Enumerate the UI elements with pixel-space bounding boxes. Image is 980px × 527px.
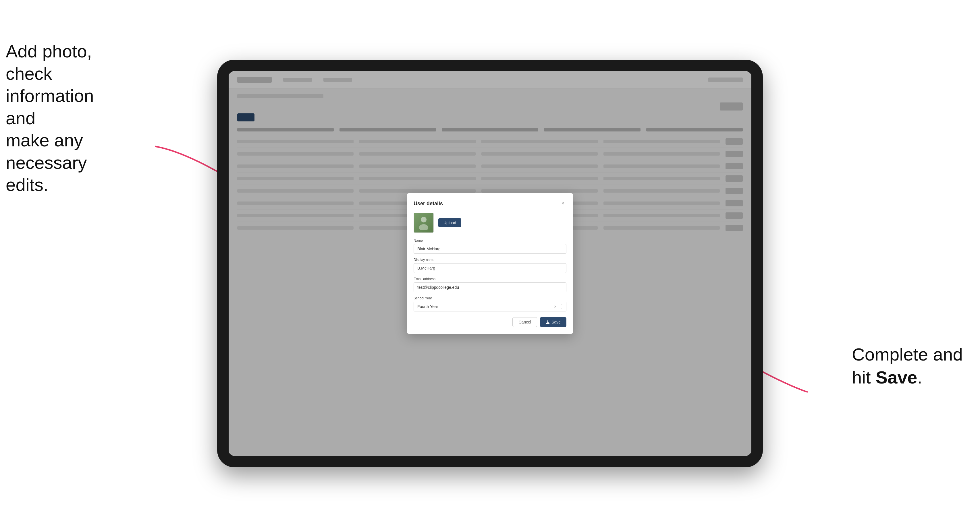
school-year-input[interactable] xyxy=(414,302,566,311)
svg-point-2 xyxy=(421,217,426,222)
tablet-screen: User details × xyxy=(229,71,751,456)
svg-rect-5 xyxy=(546,323,549,324)
school-year-label: School Year xyxy=(414,296,566,300)
name-label: Name xyxy=(414,238,566,243)
email-label: Email address xyxy=(414,277,566,281)
school-year-field-group: School Year × ⌃⌄ xyxy=(414,296,566,311)
email-input[interactable] xyxy=(414,283,566,292)
display-name-input[interactable] xyxy=(414,263,566,273)
school-year-wrapper: × ⌃⌄ xyxy=(414,302,566,311)
name-field-group: Name xyxy=(414,238,566,254)
email-field-group: Email address xyxy=(414,277,566,292)
name-input[interactable] xyxy=(414,244,566,254)
annotation-right: Complete and hit Save. xyxy=(852,343,963,389)
display-name-field-group: Display name xyxy=(414,258,566,273)
save-icon xyxy=(546,320,550,324)
cancel-button[interactable]: Cancel xyxy=(512,317,537,327)
tablet: User details × xyxy=(217,60,763,467)
display-name-label: Display name xyxy=(414,258,566,262)
school-year-controls: × ⌃⌄ xyxy=(553,304,564,309)
upload-photo-button[interactable]: Upload xyxy=(438,218,461,227)
photo-section: Upload xyxy=(414,213,566,233)
modal-overlay: User details × xyxy=(229,71,751,456)
modal-title: User details xyxy=(414,201,443,207)
school-year-dropdown-arrow[interactable]: ⌃⌄ xyxy=(559,304,564,309)
person-icon xyxy=(418,216,430,230)
user-details-modal: User details × xyxy=(407,193,573,334)
save-button[interactable]: Save xyxy=(540,317,566,327)
modal-footer: Cancel Save xyxy=(414,317,566,327)
modal-title-bar: User details × xyxy=(414,200,566,207)
user-photo-thumbnail xyxy=(414,213,434,233)
annotation-left: Add photo, check information and make an… xyxy=(6,40,126,196)
svg-point-3 xyxy=(419,224,428,230)
clear-school-year-button[interactable]: × xyxy=(553,304,558,309)
close-button[interactable]: × xyxy=(560,200,566,207)
